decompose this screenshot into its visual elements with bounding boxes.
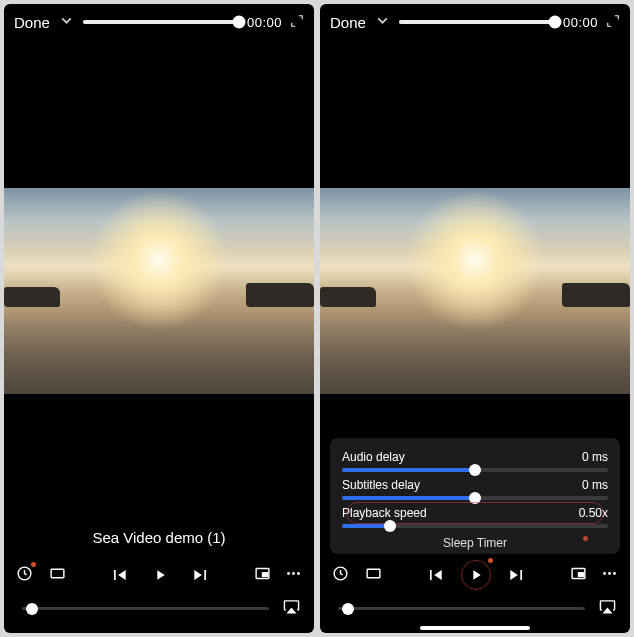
volume-slider[interactable]	[22, 607, 269, 610]
svg-point-12	[603, 572, 606, 575]
aspect-icon[interactable]	[49, 565, 66, 586]
video-frame	[4, 188, 314, 394]
svg-point-4	[287, 572, 290, 575]
audio-delay-value: 0 ms	[582, 450, 608, 464]
chevron-down-icon[interactable]	[58, 12, 75, 32]
notification-dot-icon	[583, 536, 588, 541]
clock-icon[interactable]	[332, 565, 349, 586]
svg-rect-9	[367, 569, 380, 578]
audio-delay-slider[interactable]	[342, 468, 608, 472]
phone-left: Done 00:00 Sea Video demo (1)	[4, 4, 314, 633]
home-indicator[interactable]	[420, 626, 530, 630]
video-area[interactable]: Sea Video demo (1)	[4, 38, 314, 554]
phone-right: Done 00:00 Audio delay 0 ms	[320, 4, 630, 633]
progress-slider[interactable]	[83, 20, 239, 24]
notification-dot-icon	[488, 558, 493, 563]
clock-icon[interactable]	[16, 565, 33, 586]
video-area[interactable]: Audio delay 0 ms Subtitles delay 0 ms	[320, 38, 630, 554]
playback-settings-panel: Audio delay 0 ms Subtitles delay 0 ms	[330, 438, 620, 554]
pip-icon[interactable]	[570, 565, 587, 586]
chevron-down-icon[interactable]	[374, 12, 391, 32]
svg-point-13	[608, 572, 611, 575]
playback-controls	[320, 554, 630, 592]
svg-point-14	[613, 572, 616, 575]
aspect-icon[interactable]	[365, 565, 382, 586]
subtitles-delay-label: Subtitles delay	[342, 478, 420, 492]
more-icon[interactable]	[285, 565, 302, 586]
svg-point-5	[292, 572, 295, 575]
prev-track-button[interactable]	[109, 565, 129, 585]
svg-point-6	[297, 572, 300, 575]
expand-icon[interactable]	[606, 14, 620, 31]
next-track-button[interactable]	[507, 565, 527, 585]
airplay-icon[interactable]	[599, 598, 616, 619]
expand-icon[interactable]	[290, 14, 304, 31]
done-button[interactable]: Done	[330, 14, 366, 31]
video-title: Sea Video demo (1)	[4, 529, 314, 546]
prev-track-button[interactable]	[425, 565, 445, 585]
more-icon[interactable]	[601, 565, 618, 586]
player-header: Done 00:00	[4, 4, 314, 38]
next-track-button[interactable]	[191, 565, 211, 585]
sleep-timer-button[interactable]: Sleep Timer	[342, 530, 608, 550]
airplay-icon[interactable]	[283, 598, 300, 619]
bottom-bar	[4, 592, 314, 633]
playback-speed-value: 0.50x	[579, 506, 608, 520]
play-button[interactable]	[463, 562, 489, 588]
pip-icon[interactable]	[254, 565, 271, 586]
video-frame	[320, 188, 630, 394]
play-button[interactable]	[147, 562, 173, 588]
playback-speed-row: Playback speed 0.50x	[342, 502, 608, 530]
playback-controls	[4, 554, 314, 592]
svg-rect-11	[579, 572, 584, 576]
subtitles-delay-slider[interactable]	[342, 496, 608, 500]
volume-slider[interactable]	[338, 607, 585, 610]
playback-speed-label: Playback speed	[342, 506, 427, 520]
player-header: Done 00:00	[320, 4, 630, 38]
audio-delay-label: Audio delay	[342, 450, 405, 464]
subtitles-delay-value: 0 ms	[582, 478, 608, 492]
svg-rect-3	[263, 572, 268, 576]
subtitles-delay-row: Subtitles delay 0 ms	[342, 474, 608, 502]
time-label: 00:00	[563, 15, 598, 30]
playback-speed-slider[interactable]	[342, 524, 608, 528]
svg-marker-7	[288, 609, 295, 613]
done-button[interactable]: Done	[14, 14, 50, 31]
time-label: 00:00	[247, 15, 282, 30]
progress-slider[interactable]	[399, 20, 555, 24]
svg-rect-1	[51, 569, 64, 578]
svg-marker-15	[604, 609, 611, 613]
audio-delay-row: Audio delay 0 ms	[342, 446, 608, 474]
